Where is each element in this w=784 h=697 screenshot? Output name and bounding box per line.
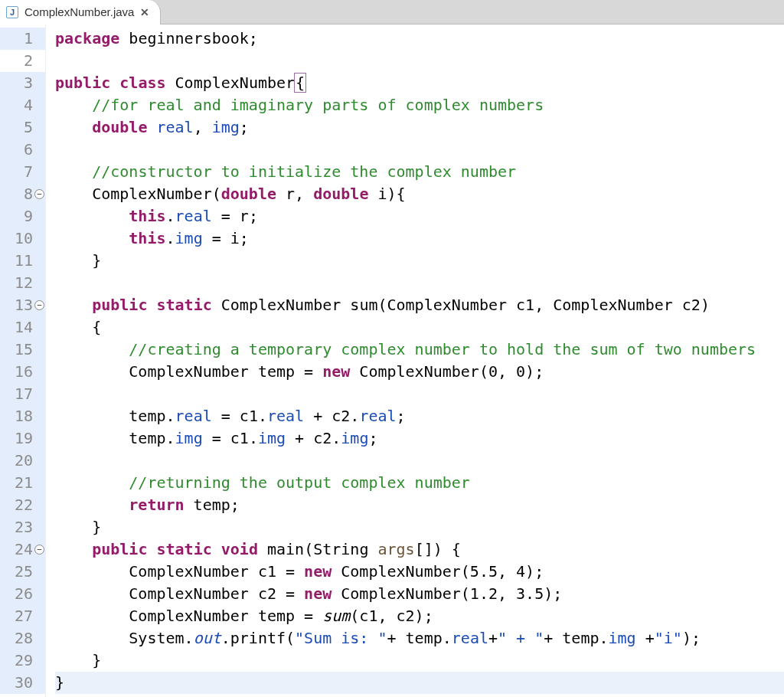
- token-field: img: [175, 229, 203, 247]
- token-kw: static: [156, 540, 211, 558]
- editor-tab[interactable]: J ComplexNumber.java ✕: [0, 0, 161, 25]
- gutter-line: 9: [0, 205, 45, 227]
- gutter-line: 5: [0, 116, 45, 139]
- code-line[interactable]: ComplexNumber c2 = new ComplexNumber(1.2…: [55, 583, 784, 605]
- token-field: real: [156, 118, 193, 136]
- code-line[interactable]: this.real = r;: [55, 205, 784, 227]
- code-line[interactable]: System.out.printf("Sum is: "+ temp.real+…: [55, 627, 784, 650]
- code-line[interactable]: }: [55, 650, 784, 672]
- token-plain: ;: [397, 407, 406, 425]
- token-comment: //for real and imaginary parts of comple…: [92, 96, 544, 114]
- code-line[interactable]: temp.img = c1.img + c2.img;: [55, 427, 784, 450]
- line-number: 4: [24, 94, 33, 116]
- token-plain: }: [55, 673, 64, 692]
- code-line[interactable]: double real, img;: [55, 116, 784, 139]
- fold-toggle-icon[interactable]: −: [34, 189, 44, 199]
- token-comment: //creating a temporary complex number to…: [129, 340, 756, 358]
- line-number: 6: [24, 139, 33, 161]
- close-icon[interactable]: ✕: [140, 6, 149, 18]
- line-number: 10: [15, 227, 33, 250]
- token-plain: ComplexNumber sum(ComplexNumber c1, Comp…: [212, 296, 710, 314]
- code-line[interactable]: }: [55, 516, 784, 538]
- code-line[interactable]: return temp;: [55, 494, 784, 516]
- token-plain: }: [55, 651, 101, 669]
- fold-toggle-icon[interactable]: −: [34, 300, 44, 310]
- token-plain: ComplexNumber(0, 0);: [350, 362, 544, 381]
- token-staticf: out: [194, 629, 221, 647]
- code-line[interactable]: ComplexNumber temp = new ComplexNumber(0…: [55, 361, 784, 383]
- token-field: img: [609, 629, 636, 647]
- token-kw: this: [129, 207, 165, 225]
- line-number: 28: [15, 627, 33, 650]
- code-line[interactable]: [55, 50, 784, 72]
- gutter-line: 11: [0, 250, 45, 272]
- token-plain: (c1, c2);: [350, 607, 433, 625]
- gutter-line: 2: [0, 50, 45, 72]
- token-plain: ComplexNumber: [166, 74, 296, 92]
- token-plain: ComplexNumber temp =: [55, 362, 322, 381]
- line-number: 15: [15, 339, 33, 361]
- line-number: 29: [15, 650, 33, 672]
- code-line[interactable]: {: [55, 316, 784, 339]
- token-plain: [110, 74, 119, 92]
- token-plain: ComplexNumber c1 =: [55, 562, 304, 581]
- line-number: 21: [15, 472, 33, 494]
- token-plain: }: [55, 518, 101, 536]
- code-line[interactable]: [55, 450, 784, 472]
- code-line[interactable]: ComplexNumber(double r, double i){: [55, 183, 784, 205]
- code-area[interactable]: package beginnersbook;public class Compl…: [46, 25, 784, 697]
- code-line[interactable]: }: [55, 250, 784, 272]
- token-plain: = c1.: [203, 429, 258, 447]
- code-line[interactable]: temp.real = c1.real + c2.real;: [55, 405, 784, 427]
- token-plain: ,: [194, 118, 212, 136]
- token-plain: .: [166, 229, 175, 247]
- code-line[interactable]: public static ComplexNumber sum(ComplexN…: [55, 294, 784, 316]
- line-number: 20: [15, 450, 33, 472]
- token-plain: ComplexNumber(5.5, 4);: [332, 562, 544, 581]
- code-line[interactable]: ComplexNumber c1 = new ComplexNumber(5.5…: [55, 561, 784, 583]
- code-line[interactable]: [55, 272, 784, 294]
- code-line[interactable]: [55, 139, 784, 161]
- code-line[interactable]: this.img = i;: [55, 227, 784, 250]
- token-kw: this: [129, 229, 165, 247]
- token-plain: +: [636, 629, 655, 647]
- token-plain: ComplexNumber c2 =: [55, 584, 304, 603]
- token-plain: System.: [55, 629, 194, 647]
- code-line[interactable]: public class ComplexNumber{: [55, 72, 784, 94]
- code-line[interactable]: ComplexNumber temp = sum(c1, c2);: [55, 605, 784, 627]
- line-number: 24: [15, 538, 33, 561]
- token-kw: static: [156, 296, 211, 314]
- code-line[interactable]: //constructor to initialize the complex …: [55, 161, 784, 183]
- line-number: 26: [15, 583, 33, 605]
- line-number: 13: [15, 294, 33, 316]
- token-field: real: [359, 407, 396, 425]
- line-number: 25: [15, 561, 33, 583]
- code-line[interactable]: //creating a temporary complex number to…: [55, 339, 784, 361]
- line-number: 18: [15, 405, 33, 427]
- token-plain: [55, 162, 92, 181]
- token-plain: ;: [240, 118, 249, 136]
- line-number: 2: [24, 50, 33, 72]
- token-field: img: [258, 429, 286, 447]
- token-plain: temp.: [55, 429, 175, 447]
- code-line[interactable]: }: [55, 672, 784, 694]
- token-plain: = c1.: [212, 407, 267, 425]
- line-number: 22: [15, 494, 33, 516]
- token-field: real: [175, 207, 212, 225]
- code-line[interactable]: //returning the output complex number: [55, 472, 784, 494]
- token-plain: r,: [276, 185, 313, 203]
- code-line[interactable]: package beginnersbook;: [55, 28, 784, 50]
- gutter-line: 23: [0, 516, 45, 538]
- fold-toggle-icon[interactable]: −: [34, 545, 44, 555]
- token-plain: [55, 229, 129, 247]
- code-line[interactable]: //for real and imaginary parts of comple…: [55, 94, 784, 116]
- token-field: img: [341, 429, 368, 447]
- token-kw: double: [313, 185, 368, 203]
- token-field: img: [175, 429, 203, 447]
- token-plain: [55, 207, 129, 225]
- code-line[interactable]: public static void main(String args[]) {: [55, 538, 784, 561]
- token-field: img: [212, 118, 240, 136]
- gutter-line: 6: [0, 139, 45, 161]
- code-line[interactable]: [55, 383, 784, 405]
- token-str: "i": [655, 629, 682, 647]
